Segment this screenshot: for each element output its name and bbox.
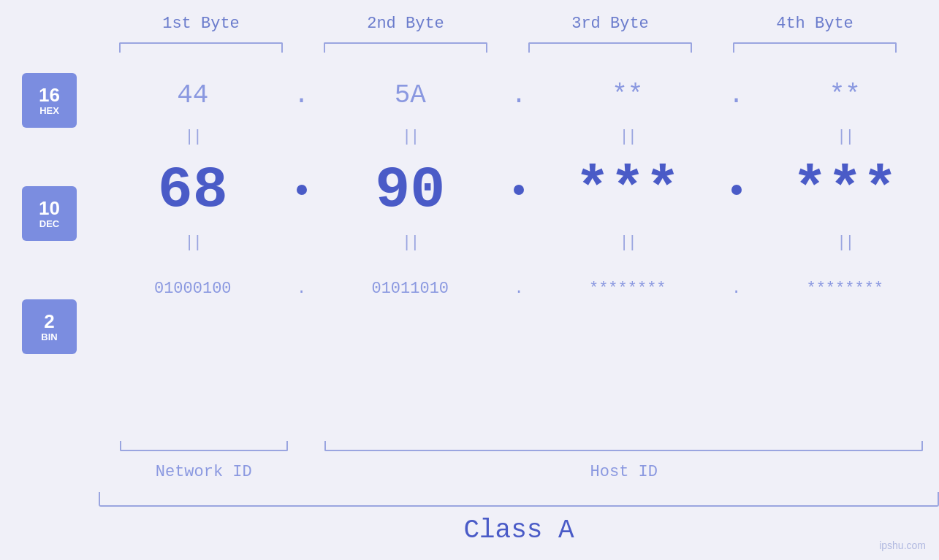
hex-sep-1: . (287, 80, 316, 110)
dec-badge: 10 DEC (22, 186, 77, 241)
bin-cell-3: ******** (533, 280, 722, 298)
dec-cell-2: 90 (316, 157, 505, 223)
dec-cell-1: 68 (99, 157, 287, 223)
bracket-4 (712, 40, 917, 55)
equals-row-2: || || || || (99, 230, 939, 256)
bin-sep-1: . (287, 280, 316, 298)
equals-row-1: || || || || (99, 124, 939, 150)
bottom-section: Network ID Host ID Class A (99, 441, 939, 545)
eq-cell-8: || (751, 234, 940, 252)
network-id-bracket (99, 441, 309, 457)
bin-cell-2: 01011010 (316, 280, 505, 298)
bracket-1 (99, 40, 303, 55)
eq-cell-2: || (316, 128, 505, 146)
eq-cell-5: || (99, 234, 287, 252)
bin-cell-1: 01000100 (99, 280, 287, 298)
eq-cell-1: || (99, 128, 287, 146)
hex-badge: 16 HEX (22, 73, 77, 128)
hex-sep-3: . (722, 80, 751, 110)
dec-sep-1 (287, 185, 316, 195)
class-label: Class A (463, 515, 574, 545)
dec-cell-3: *** (533, 157, 722, 223)
badges-column: 16 HEX 10 DEC 2 BIN (0, 66, 99, 354)
host-id-bracket (309, 441, 940, 457)
top-brackets-row (99, 40, 917, 55)
id-labels-row: Network ID Host ID (99, 463, 939, 481)
bracket-3 (508, 40, 712, 55)
class-label-row: Class A (99, 515, 939, 545)
bottom-brackets-container (99, 441, 939, 457)
main-container: 1st Byte 2nd Byte 3rd Byte 4th Byte 16 H… (0, 0, 939, 560)
host-id-label: Host ID (309, 463, 940, 481)
byte-label-4: 4th Byte (712, 15, 917, 33)
hex-cell-4: ** (751, 80, 940, 110)
hex-row: 44 . 5A . ** . ** (99, 66, 939, 124)
dec-row: 68 90 *** *** (99, 150, 939, 230)
dec-cell-4: *** (751, 157, 940, 223)
bin-sep-3: . (722, 280, 751, 298)
eq-cell-3: || (533, 128, 722, 146)
bracket-2 (303, 40, 508, 55)
hex-cell-2: 5A (316, 80, 505, 110)
content-area: 16 HEX 10 DEC 2 BIN 44 . (0, 66, 939, 437)
data-grid: 44 . 5A . ** . ** (99, 66, 939, 321)
dec-sep-3 (722, 185, 751, 195)
hex-cell-1: 44 (99, 80, 287, 110)
byte-label-1: 1st Byte (99, 15, 303, 33)
byte-labels-row: 1st Byte 2nd Byte 3rd Byte 4th Byte (99, 15, 917, 33)
watermark: ipshu.com (879, 540, 926, 551)
dec-sep-2 (504, 185, 533, 195)
class-bracket (99, 492, 939, 507)
bin-badge: 2 BIN (22, 299, 77, 354)
eq-cell-7: || (533, 234, 722, 252)
bin-cell-4: ******** (751, 280, 940, 298)
hex-cell-3: ** (533, 80, 722, 110)
hex-sep-2: . (504, 80, 533, 110)
eq-cell-4: || (751, 128, 940, 146)
bin-sep-2: . (504, 280, 533, 298)
network-id-label: Network ID (99, 463, 309, 481)
eq-cell-6: || (316, 234, 505, 252)
byte-label-3: 3rd Byte (508, 15, 712, 33)
byte-label-2: 2nd Byte (303, 15, 508, 33)
bin-row: 01000100 . 01011010 . ******** . (99, 256, 939, 321)
